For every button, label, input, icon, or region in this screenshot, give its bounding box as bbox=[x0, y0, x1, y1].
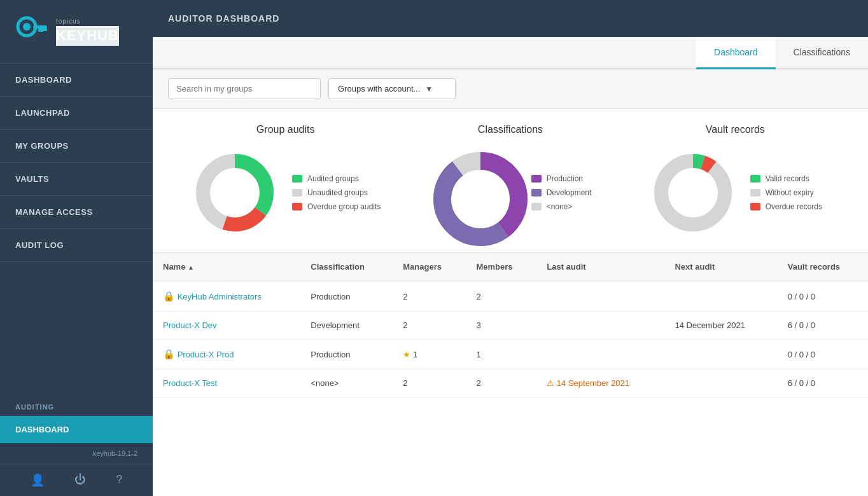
groups-dropdown[interactable]: Groups with account... ▼ bbox=[328, 78, 456, 99]
sidebar-logo: topicus KEYHUB bbox=[0, 0, 153, 64]
group-audits-legend: Audited groups Unaudited groups Overdue … bbox=[292, 174, 381, 211]
logo-icon bbox=[13, 13, 51, 51]
col-classification: Classification bbox=[300, 253, 393, 281]
cell-managers: 2 bbox=[393, 312, 466, 340]
none-class-color bbox=[531, 203, 542, 210]
nav-vaults[interactable]: VAULTS bbox=[0, 163, 153, 196]
classifications-title: Classifications bbox=[478, 124, 543, 135]
cell-next-audit bbox=[664, 340, 777, 369]
group-link[interactable]: Product-X Test bbox=[163, 378, 217, 388]
cell-managers: ★ 1 bbox=[393, 340, 466, 369]
legend-none-class: <none> bbox=[531, 202, 592, 211]
table-row: Product-X DevDevelopment2314 December 20… bbox=[153, 312, 868, 340]
cell-classification: <none> bbox=[300, 369, 393, 397]
classifications-legend: Production Development <none> bbox=[531, 174, 592, 211]
cell-vault-records: 0 / 0 / 0 bbox=[778, 340, 868, 369]
group-link[interactable]: Product-X Dev bbox=[163, 320, 217, 330]
cell-name: 🔒 Product-X Prod bbox=[153, 340, 300, 369]
legend-overdue-records: Overdue records bbox=[750, 202, 822, 211]
cell-members: 2 bbox=[466, 369, 537, 397]
col-managers: Managers bbox=[393, 253, 466, 281]
cell-next-audit bbox=[664, 281, 777, 312]
overdue-groups-label: Overdue group audits bbox=[307, 202, 381, 211]
nav-audit-log[interactable]: AUDIT LOG bbox=[0, 229, 153, 262]
audited-label: Audited groups bbox=[307, 174, 359, 183]
cell-last-audit bbox=[536, 281, 664, 312]
cell-members: 3 bbox=[466, 312, 537, 340]
legend-without-expiry: Without expiry bbox=[750, 188, 822, 197]
cell-last-audit bbox=[536, 340, 664, 369]
audited-color bbox=[292, 175, 302, 183]
logo-text: topicus KEYHUB bbox=[56, 17, 119, 46]
topbar-title: AUDITOR DASHBOARD bbox=[168, 13, 279, 24]
production-color bbox=[531, 175, 542, 183]
cell-vault-records: 6 / 0 / 0 bbox=[778, 369, 868, 397]
sidebar-version: keyhub-19.1-2 bbox=[0, 443, 153, 464]
cell-classification: Production bbox=[300, 340, 393, 369]
legend-development: Development bbox=[531, 188, 592, 197]
development-color bbox=[531, 189, 542, 196]
none-class-label: <none> bbox=[547, 202, 573, 211]
group-audits-chart: Group audits Audited groups bbox=[173, 124, 398, 237]
svg-rect-2 bbox=[33, 25, 47, 29]
sidebar-sub-dashboard[interactable]: DASHBOARD bbox=[0, 416, 153, 443]
nav-my-groups[interactable]: MY GROUPS bbox=[0, 130, 153, 163]
classifications-donut bbox=[430, 148, 519, 237]
svg-point-11 bbox=[661, 161, 725, 224]
legend-production: Production bbox=[531, 174, 592, 183]
col-members: Members bbox=[466, 253, 537, 281]
star-icon: ★ bbox=[403, 350, 410, 359]
group-link[interactable]: Product-X Prod bbox=[178, 350, 234, 359]
cell-members: 1 bbox=[466, 340, 537, 369]
legend-unaudited: Unaudited groups bbox=[292, 188, 381, 197]
cell-classification: Development bbox=[300, 312, 393, 340]
without-expiry-label: Without expiry bbox=[766, 188, 814, 197]
cell-managers: 2 bbox=[393, 281, 466, 312]
without-expiry-color bbox=[750, 189, 760, 196]
cell-name: 🔒 KeyHub Administrators bbox=[153, 281, 300, 312]
sort-name-icon[interactable]: ▲ bbox=[188, 264, 194, 271]
sidebar-bottom-icons: 👤 ⏻ ? bbox=[0, 464, 153, 496]
cell-vault-records: 6 / 0 / 0 bbox=[778, 312, 868, 340]
svg-rect-4 bbox=[38, 29, 43, 32]
nav-dashboard[interactable]: DASHBOARD bbox=[0, 64, 153, 97]
logo-main: KEYHUB bbox=[56, 26, 119, 46]
vault-records-donut bbox=[648, 148, 738, 237]
power-icon[interactable]: ⏻ bbox=[74, 473, 86, 487]
charts-section: Group audits Audited groups bbox=[153, 109, 868, 253]
vault-records-legend: Valid records Without expiry Overdue rec… bbox=[750, 174, 822, 211]
col-last-audit: Last audit bbox=[536, 253, 664, 281]
chevron-down-icon: ▼ bbox=[425, 85, 433, 93]
unaudited-color bbox=[292, 189, 302, 196]
table-row: 🔒 Product-X ProdProduction★ 110 / 0 / 0 bbox=[153, 340, 868, 369]
help-icon[interactable]: ? bbox=[116, 473, 122, 487]
logo-top: topicus bbox=[56, 17, 119, 26]
table-row: Product-X Test<none>22⚠ 14 September 202… bbox=[153, 369, 868, 397]
nav-launchpad[interactable]: LAUNCHPAD bbox=[0, 97, 153, 130]
valid-records-label: Valid records bbox=[766, 174, 809, 183]
cell-next-audit bbox=[664, 369, 777, 397]
search-input[interactable] bbox=[168, 78, 321, 99]
production-label: Production bbox=[547, 174, 583, 183]
cell-members: 2 bbox=[466, 281, 537, 312]
legend-valid-records: Valid records bbox=[750, 174, 822, 183]
group-link[interactable]: KeyHub Administrators bbox=[178, 292, 262, 301]
sidebar-auditing-label: AUDITING bbox=[0, 394, 153, 416]
cell-name: Product-X Dev bbox=[153, 312, 300, 340]
tab-dashboard[interactable]: Dashboard bbox=[696, 37, 776, 69]
unaudited-label: Unaudited groups bbox=[307, 188, 368, 197]
cell-classification: Production bbox=[300, 281, 393, 312]
col-vault-records: Vault records bbox=[778, 253, 868, 281]
manager-count: 1 bbox=[413, 350, 417, 359]
legend-overdue-groups: Overdue group audits bbox=[292, 202, 381, 211]
tab-classifications[interactable]: Classifications bbox=[776, 37, 868, 69]
table-row: 🔒 KeyHub AdministratorsProduction220 / 0… bbox=[153, 281, 868, 312]
svg-point-1 bbox=[23, 23, 31, 31]
shield-icon: 🔒 bbox=[163, 291, 175, 301]
nav-manage-access[interactable]: MANAGE ACCESS bbox=[0, 196, 153, 229]
topbar: AUDITOR DASHBOARD bbox=[153, 0, 868, 37]
valid-records-color bbox=[750, 175, 760, 183]
overdue-badge: ⚠ 14 September 2021 bbox=[547, 378, 629, 388]
user-icon[interactable]: 👤 bbox=[31, 473, 45, 487]
groups-dropdown-label: Groups with account... bbox=[338, 84, 420, 93]
